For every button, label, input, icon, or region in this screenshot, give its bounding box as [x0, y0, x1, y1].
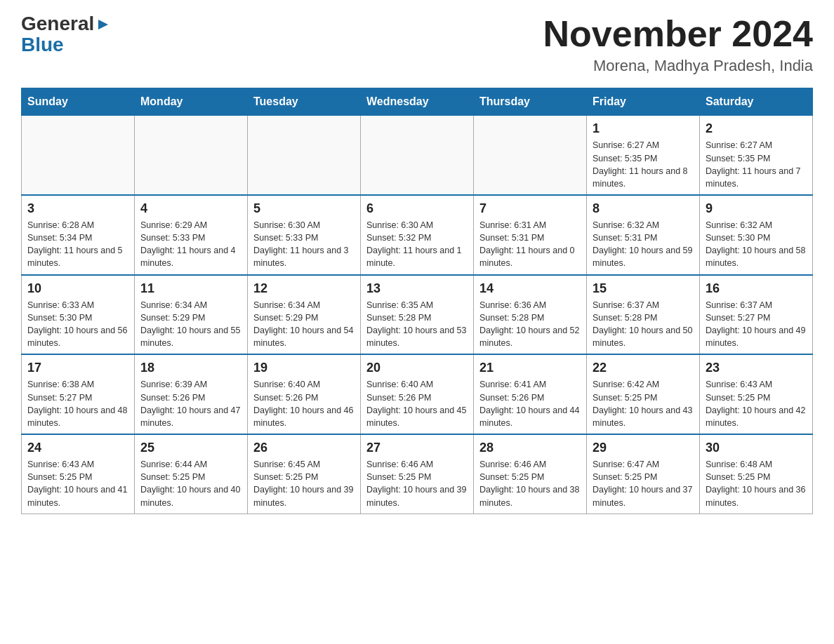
day-number: 11 — [140, 280, 241, 297]
calendar-table: SundayMondayTuesdayWednesdayThursdayFrid… — [21, 88, 813, 514]
svg-marker-0 — [98, 20, 108, 29]
calendar-cell: 28Sunrise: 6:46 AMSunset: 5:25 PMDayligh… — [474, 434, 587, 514]
day-number: 12 — [253, 280, 355, 297]
weekday-header-sunday: Sunday — [22, 88, 135, 116]
day-number: 14 — [479, 280, 581, 297]
calendar-cell: 25Sunrise: 6:44 AMSunset: 5:25 PMDayligh… — [135, 434, 248, 514]
calendar-cell — [248, 116, 361, 195]
calendar-cell: 1Sunrise: 6:27 AMSunset: 5:35 PMDaylight… — [587, 116, 700, 195]
calendar-cell: 11Sunrise: 6:34 AMSunset: 5:29 PMDayligh… — [135, 275, 248, 355]
calendar-cell: 16Sunrise: 6:37 AMSunset: 5:27 PMDayligh… — [700, 275, 813, 355]
calendar-row-1: 3Sunrise: 6:28 AMSunset: 5:34 PMDaylight… — [22, 195, 813, 275]
calendar-cell: 12Sunrise: 6:34 AMSunset: 5:29 PMDayligh… — [248, 275, 361, 355]
day-number: 4 — [140, 200, 241, 217]
day-number: 18 — [140, 359, 241, 377]
calendar-cell: 3Sunrise: 6:28 AMSunset: 5:34 PMDaylight… — [22, 195, 135, 275]
page-header: General Blue November 2024 Morena, Madhy… — [21, 14, 813, 75]
calendar-cell: 18Sunrise: 6:39 AMSunset: 5:26 PMDayligh… — [135, 354, 248, 434]
day-info: Sunrise: 6:33 AMSunset: 5:30 PMDaylight:… — [27, 299, 128, 350]
day-info: Sunrise: 6:35 AMSunset: 5:28 PMDaylight:… — [366, 299, 468, 350]
location-title: Morena, Madhya Pradesh, India — [543, 57, 813, 75]
calendar-cell: 19Sunrise: 6:40 AMSunset: 5:26 PMDayligh… — [248, 354, 361, 434]
calendar-cell: 14Sunrise: 6:36 AMSunset: 5:28 PMDayligh… — [474, 275, 587, 355]
day-info: Sunrise: 6:34 AMSunset: 5:29 PMDaylight:… — [253, 299, 355, 350]
day-info: Sunrise: 6:40 AMSunset: 5:26 PMDaylight:… — [366, 378, 468, 429]
day-number: 2 — [706, 120, 807, 137]
day-info: Sunrise: 6:47 AMSunset: 5:25 PMDaylight:… — [593, 458, 694, 509]
day-info: Sunrise: 6:28 AMSunset: 5:34 PMDaylight:… — [27, 219, 128, 270]
day-number: 24 — [27, 439, 128, 457]
day-info: Sunrise: 6:32 AMSunset: 5:31 PMDaylight:… — [593, 219, 694, 270]
day-info: Sunrise: 6:32 AMSunset: 5:30 PMDaylight:… — [706, 219, 807, 270]
calendar-cell: 21Sunrise: 6:41 AMSunset: 5:26 PMDayligh… — [474, 354, 587, 434]
logo-arrow-icon — [95, 17, 111, 32]
day-number: 10 — [27, 280, 128, 297]
calendar-cell: 17Sunrise: 6:38 AMSunset: 5:27 PMDayligh… — [22, 354, 135, 434]
day-info: Sunrise: 6:43 AMSunset: 5:25 PMDaylight:… — [27, 458, 128, 509]
day-info: Sunrise: 6:41 AMSunset: 5:26 PMDaylight:… — [479, 378, 581, 429]
day-info: Sunrise: 6:39 AMSunset: 5:26 PMDaylight:… — [140, 378, 241, 429]
logo-blue-text: Blue — [21, 34, 64, 56]
day-info: Sunrise: 6:45 AMSunset: 5:25 PMDaylight:… — [253, 458, 355, 509]
day-number: 26 — [253, 439, 355, 457]
calendar-cell: 20Sunrise: 6:40 AMSunset: 5:26 PMDayligh… — [361, 354, 474, 434]
calendar-cell — [361, 116, 474, 195]
calendar-row-2: 10Sunrise: 6:33 AMSunset: 5:30 PMDayligh… — [22, 275, 813, 355]
weekday-header-monday: Monday — [135, 88, 248, 116]
title-section: November 2024 Morena, Madhya Pradesh, In… — [543, 14, 813, 75]
calendar-row-4: 24Sunrise: 6:43 AMSunset: 5:25 PMDayligh… — [22, 434, 813, 514]
calendar-cell — [135, 116, 248, 195]
day-number: 17 — [27, 359, 128, 377]
day-info: Sunrise: 6:31 AMSunset: 5:31 PMDaylight:… — [479, 219, 581, 270]
day-number: 5 — [253, 200, 355, 217]
calendar-cell: 30Sunrise: 6:48 AMSunset: 5:25 PMDayligh… — [700, 434, 813, 514]
calendar-row-0: 1Sunrise: 6:27 AMSunset: 5:35 PMDaylight… — [22, 116, 813, 195]
day-info: Sunrise: 6:42 AMSunset: 5:25 PMDaylight:… — [593, 378, 694, 429]
day-info: Sunrise: 6:38 AMSunset: 5:27 PMDaylight:… — [27, 378, 128, 429]
calendar-cell: 10Sunrise: 6:33 AMSunset: 5:30 PMDayligh… — [22, 275, 135, 355]
day-number: 7 — [479, 200, 581, 217]
weekday-header-saturday: Saturday — [700, 88, 813, 116]
day-number: 3 — [27, 200, 128, 217]
day-number: 13 — [366, 280, 468, 297]
calendar-cell — [474, 116, 587, 195]
day-number: 25 — [140, 439, 241, 457]
day-number: 8 — [593, 200, 694, 217]
day-number: 19 — [253, 359, 355, 377]
calendar-cell: 4Sunrise: 6:29 AMSunset: 5:33 PMDaylight… — [135, 195, 248, 275]
calendar-cell — [22, 116, 135, 195]
day-number: 30 — [706, 439, 807, 457]
calendar-cell: 5Sunrise: 6:30 AMSunset: 5:33 PMDaylight… — [248, 195, 361, 275]
day-info: Sunrise: 6:37 AMSunset: 5:28 PMDaylight:… — [593, 299, 694, 350]
weekday-header-row: SundayMondayTuesdayWednesdayThursdayFrid… — [22, 88, 813, 116]
calendar-row-3: 17Sunrise: 6:38 AMSunset: 5:27 PMDayligh… — [22, 354, 813, 434]
day-info: Sunrise: 6:48 AMSunset: 5:25 PMDaylight:… — [706, 458, 807, 509]
calendar-cell: 23Sunrise: 6:43 AMSunset: 5:25 PMDayligh… — [700, 354, 813, 434]
day-number: 27 — [366, 439, 468, 457]
calendar-cell: 29Sunrise: 6:47 AMSunset: 5:25 PMDayligh… — [587, 434, 700, 514]
day-info: Sunrise: 6:46 AMSunset: 5:25 PMDaylight:… — [366, 458, 468, 509]
day-number: 28 — [479, 439, 581, 457]
calendar-cell: 13Sunrise: 6:35 AMSunset: 5:28 PMDayligh… — [361, 275, 474, 355]
day-info: Sunrise: 6:46 AMSunset: 5:25 PMDaylight:… — [479, 458, 581, 509]
calendar-cell: 24Sunrise: 6:43 AMSunset: 5:25 PMDayligh… — [22, 434, 135, 514]
weekday-header-friday: Friday — [587, 88, 700, 116]
calendar-cell: 7Sunrise: 6:31 AMSunset: 5:31 PMDaylight… — [474, 195, 587, 275]
calendar-cell: 27Sunrise: 6:46 AMSunset: 5:25 PMDayligh… — [361, 434, 474, 514]
day-number: 22 — [593, 359, 694, 377]
day-number: 20 — [366, 359, 468, 377]
weekday-header-wednesday: Wednesday — [361, 88, 474, 116]
day-number: 21 — [479, 359, 581, 377]
logo-general-text: General — [21, 14, 94, 34]
day-number: 15 — [593, 280, 694, 297]
day-info: Sunrise: 6:40 AMSunset: 5:26 PMDaylight:… — [253, 378, 355, 429]
calendar-cell: 22Sunrise: 6:42 AMSunset: 5:25 PMDayligh… — [587, 354, 700, 434]
day-number: 16 — [706, 280, 807, 297]
day-info: Sunrise: 6:30 AMSunset: 5:33 PMDaylight:… — [253, 219, 355, 270]
calendar-cell: 2Sunrise: 6:27 AMSunset: 5:35 PMDaylight… — [700, 116, 813, 195]
day-number: 29 — [593, 439, 694, 457]
day-number: 9 — [706, 200, 807, 217]
calendar-cell: 15Sunrise: 6:37 AMSunset: 5:28 PMDayligh… — [587, 275, 700, 355]
calendar-cell: 9Sunrise: 6:32 AMSunset: 5:30 PMDaylight… — [700, 195, 813, 275]
day-info: Sunrise: 6:27 AMSunset: 5:35 PMDaylight:… — [706, 139, 807, 190]
